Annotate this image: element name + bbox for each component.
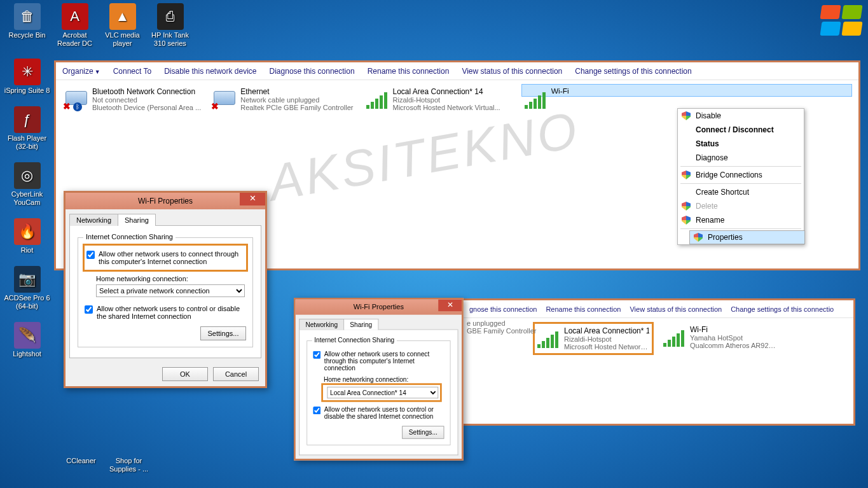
desktop-youcam[interactable]: ◎CyberLink YouCam bbox=[3, 162, 51, 207]
dlg-titlebar[interactable]: Wi-Fi Properties ✕ bbox=[65, 193, 265, 209]
tb-organize[interactable]: Organize▼ bbox=[62, 67, 100, 76]
shield-icon bbox=[682, 216, 691, 225]
tab-networking[interactable]: Networking bbox=[69, 214, 118, 226]
desktop-row: 🗑Recycle Bin AAcrobat Reader DC ▲VLC med… bbox=[3, 3, 194, 52]
allow-control-input[interactable] bbox=[313, 407, 320, 414]
desktop-riot[interactable]: 🔥Riot bbox=[3, 218, 51, 254]
ics-legend: Internet Connection Sharing bbox=[312, 337, 397, 344]
shield-icon bbox=[682, 202, 691, 211]
home-net-select[interactable]: Local Area Connection* 14 bbox=[327, 387, 438, 398]
home-net-label: Home networking connection: bbox=[324, 376, 444, 383]
allow-connect-highlight: Allow other network users to connect thr… bbox=[83, 244, 248, 272]
ok-button[interactable]: OK bbox=[162, 367, 208, 381]
wifi-properties-dialog-2: Wi-Fi Properties ✕ Networking Sharing In… bbox=[294, 298, 464, 461]
desktop-flash[interactable]: ƒFlash Player (32-bit) bbox=[3, 106, 51, 151]
allow-control-checkbox[interactable]: Allow other network users to control or … bbox=[313, 406, 444, 420]
dlg2-title: Wi-Fi Properties bbox=[354, 303, 404, 311]
tab-sharing[interactable]: Sharing bbox=[118, 214, 156, 226]
adapter-bluetooth[interactable]: ✖ᛒ Bluetooth Network ConnectionNot conne… bbox=[62, 84, 204, 115]
ics-settings-button[interactable]: Settings... bbox=[402, 426, 444, 438]
allow-connect-checkbox[interactable]: Allow other network users to connect thr… bbox=[86, 250, 244, 265]
home-net-highlight: Local Area Connection* 14 bbox=[321, 383, 442, 401]
adapter-wifi[interactable]: Wi-FiYamaha HotSpotQualcomm A bbox=[521, 84, 852, 97]
adapter-ethernet[interactable]: ✖ EthernetNetwork cable unpluggedRealtek… bbox=[210, 84, 356, 115]
allow-control-checkbox[interactable]: Allow other network users to control or … bbox=[85, 305, 246, 320]
ctx-bridge[interactable]: Bridge Connections bbox=[678, 168, 804, 182]
desktop-lightshot[interactable]: 🪶Lightshot bbox=[3, 322, 51, 358]
ctx-diagnose[interactable]: Diagnose bbox=[678, 151, 804, 165]
ctx-disable[interactable]: Disable bbox=[678, 109, 804, 123]
wifi-icon bbox=[537, 326, 560, 349]
allow-connect-input[interactable] bbox=[313, 351, 320, 359]
allow-connect-checkbox[interactable]: Allow other network users to connect thr… bbox=[313, 351, 444, 372]
home-net-select[interactable]: Select a private network connection bbox=[96, 284, 245, 297]
tb-connect-to[interactable]: Connect To bbox=[113, 67, 152, 76]
close-button[interactable]: ✕ bbox=[438, 300, 462, 311]
nic-icon: ✖ bbox=[214, 87, 237, 110]
shield-icon bbox=[682, 111, 691, 120]
tb-disable[interactable]: Disable this network device bbox=[164, 67, 256, 76]
ctx-connect-disconnect[interactable]: Connect / Disconnect bbox=[678, 123, 804, 137]
shield-icon bbox=[682, 171, 691, 179]
close-button[interactable]: ✕ bbox=[240, 193, 265, 206]
windows-logo-icon bbox=[818, 4, 863, 39]
dlg2-titlebar[interactable]: Wi-Fi Properties ✕ bbox=[296, 300, 462, 315]
ctx-status[interactable]: Status bbox=[678, 137, 804, 151]
adapter-wifi[interactable]: Wi-FiYamaha HotSpotQualcomm Atheros AR92… bbox=[660, 322, 781, 355]
desktop-shop-supplies[interactable]: Shop for Supplies - ... bbox=[105, 457, 153, 473]
cancel-button[interactable]: Cancel bbox=[213, 367, 259, 381]
tb-diagnose[interactable]: Diagnose this connection bbox=[270, 67, 355, 76]
wifi-icon bbox=[663, 325, 686, 348]
nic-icon: ✖ᛒ bbox=[65, 87, 88, 110]
wifi-context-menu: Disable Connect / Disconnect Status Diag… bbox=[677, 108, 804, 245]
wifi-icon bbox=[525, 87, 548, 110]
truncated-adapter-text: e unplugged GBE Family Controller bbox=[467, 319, 536, 335]
desktop-vlc[interactable]: ▲VLC media player bbox=[99, 3, 146, 48]
desktop-acrobat[interactable]: AAcrobat Reader DC bbox=[51, 3, 99, 48]
allow-control-input[interactable] bbox=[85, 305, 93, 314]
wifi-properties-dialog: Wi-Fi Properties ✕ Networking Sharing In… bbox=[64, 191, 267, 388]
desktop-ispring[interactable]: ✳iSpring Suite 8 bbox=[3, 59, 51, 95]
ctx-create-shortcut[interactable]: Create Shortcut bbox=[678, 185, 804, 199]
ctx-delete: Delete bbox=[678, 199, 804, 213]
tab-networking[interactable]: Networking bbox=[299, 319, 344, 330]
nc-toolbar: Organize▼ Connect To Disable this networ… bbox=[56, 62, 858, 80]
tb-rename[interactable]: Rename this connection bbox=[546, 305, 621, 313]
wifi-icon bbox=[366, 87, 389, 110]
desktop-col: ✳iSpring Suite 8 ƒFlash Player (32-bit) … bbox=[3, 59, 51, 370]
ics-groupbox: Internet Connection Sharing Allow other … bbox=[78, 237, 253, 347]
tab-sharing[interactable]: Sharing bbox=[343, 319, 378, 330]
network-connections-window-2: gnose this connection Rename this connec… bbox=[461, 298, 855, 426]
tb-rename[interactable]: Rename this connection bbox=[368, 67, 450, 76]
desktop-hp-ink[interactable]: ⎙HP Ink Tank 310 series bbox=[146, 3, 194, 48]
allow-connect-input[interactable] bbox=[86, 251, 95, 259]
desktop-acdsee[interactable]: 📷ACDSee Pro 6 (64-bit) bbox=[3, 266, 51, 310]
tb-change-settings[interactable]: Change settings of this connectio bbox=[731, 305, 834, 313]
desktop-bottom: CCleaner Shop for Supplies - ... bbox=[57, 457, 153, 477]
ctx-properties[interactable]: Properties bbox=[689, 230, 805, 244]
tb-diagnose[interactable]: gnose this connection bbox=[469, 305, 537, 313]
tb-view-status[interactable]: View status of this connection bbox=[462, 67, 562, 76]
ics-legend: Internet Connection Sharing bbox=[83, 233, 176, 241]
shield-icon bbox=[694, 233, 703, 242]
ics-groupbox: Internet Connection Sharing Allow other … bbox=[307, 340, 450, 445]
desktop-ccleaner[interactable]: CCleaner bbox=[57, 457, 105, 473]
dlg-title: Wi-Fi Properties bbox=[138, 197, 193, 206]
home-net-label: Home networking connection: bbox=[96, 275, 246, 282]
tb-view-status[interactable]: View status of this connection bbox=[630, 305, 722, 313]
ctx-rename[interactable]: Rename bbox=[678, 213, 804, 227]
adapter-lac14[interactable]: Local Area Connection* 14Rizaldi-Hotspot… bbox=[533, 322, 654, 355]
desktop-recycle-bin[interactable]: 🗑Recycle Bin bbox=[3, 3, 51, 48]
adapter-lac14[interactable]: Local Area Connection* 14Rizaldi-Hotspot… bbox=[363, 84, 504, 115]
ics-settings-button[interactable]: Settings... bbox=[200, 326, 246, 340]
tb-change-settings[interactable]: Change settings of this connection bbox=[575, 67, 691, 76]
